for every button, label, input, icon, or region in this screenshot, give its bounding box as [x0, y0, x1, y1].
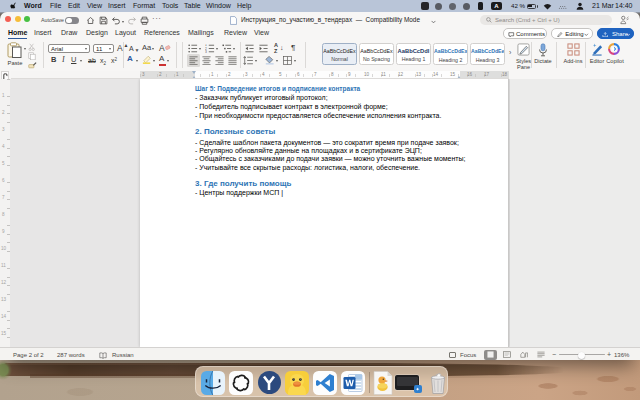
svg-text:3: 3 [205, 50, 207, 53]
